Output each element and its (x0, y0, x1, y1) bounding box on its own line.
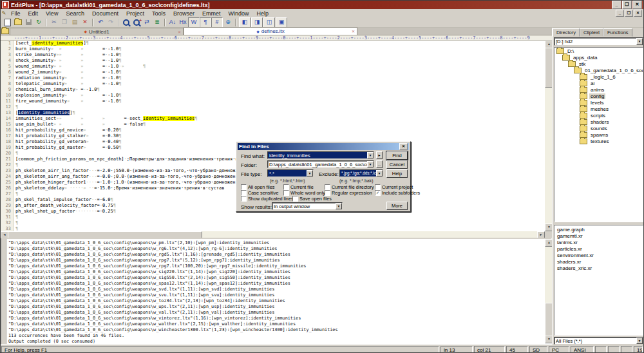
output-vscrollbar[interactable]: ▲ ▼ (545, 239, 552, 343)
pane-browser-icon[interactable]: ▣ (276, 17, 287, 28)
file-item-gamemtlxr[interactable]: gamemtl.xr (557, 233, 643, 240)
child-close-icon[interactable]: ✕ (634, 10, 642, 17)
output-line[interactable]: "D:\apps_data\stk\01_gamedata_1_0_6_soc\… (8, 246, 551, 252)
file-item-particlesxr[interactable]: particles.xr (557, 246, 643, 253)
sort-icon[interactable]: A↓ (167, 18, 178, 27)
tab-close-icon[interactable]: ✕ (178, 30, 181, 34)
tab-defines-ltx[interactable]: ◆defines.ltx✕ (184, 27, 357, 35)
filter-dropdown-icon[interactable]: ▼ (636, 338, 643, 344)
tree-item-shaders[interactable]: shaders (554, 119, 643, 125)
output-line[interactable]: "D:\apps_data\stk\01_gamedata_1_0_6_soc\… (8, 287, 551, 292)
menu-document[interactable]: Document (88, 10, 122, 17)
whitespace-marks-icon[interactable]: ¶ (200, 17, 211, 28)
file-item-senvironmentxr[interactable]: senvironment.xr (557, 253, 643, 259)
new-file-icon[interactable] (3, 18, 13, 27)
delete-icon[interactable]: ✕ (80, 18, 90, 27)
file-item-shadersxr[interactable]: shaders.xr (557, 259, 643, 265)
tree-item-sounds[interactable]: sounds (554, 125, 643, 131)
folder-input[interactable]: D:\apps_data\stk\01_gamedata_1_0_6_soc\c… (267, 160, 374, 168)
show-results-select[interactable]: In output window ▼ (272, 202, 343, 210)
document-selector-icon[interactable] (1, 28, 10, 35)
child-minimize-icon[interactable]: _ (616, 10, 624, 17)
checkbox-box[interactable] (325, 184, 330, 190)
menu-edit[interactable]: Edit (24, 10, 43, 17)
show-results-dropdown-icon[interactable]: ▼ (336, 203, 342, 209)
dialog-close-icon[interactable]: ✕ (399, 143, 408, 150)
checkbox-box[interactable] (325, 190, 330, 196)
output-line[interactable]: 113 occurrences have been found in 46 fi… (8, 333, 551, 339)
pane-split-h-icon[interactable]: ◨ (251, 17, 263, 28)
tree-item-levels[interactable]: levels (554, 99, 643, 106)
output-line[interactable]: "D:\apps_data\stk\01_gamedata_1_0_6_soc\… (8, 258, 551, 263)
tree-item-textures[interactable]: textures (554, 138, 643, 144)
tree-item-_logic_1_6[interactable]: _logic_1_6 (554, 73, 643, 80)
checkbox-box[interactable] (283, 184, 289, 190)
tree-item-meshes[interactable]: meshes (554, 106, 643, 112)
find-what-input[interactable]: identity_immunities ▼ (267, 151, 374, 159)
checkbox-case-sensitive[interactable]: Case sensitive (241, 190, 283, 196)
redo-icon[interactable]: ↷ (106, 18, 116, 27)
file-item-gamegraph[interactable]: game.graph (557, 227, 643, 233)
help-button[interactable]: Help (386, 169, 408, 178)
folder-dropdown-icon[interactable]: ▼ (367, 161, 374, 167)
checkbox-save-open-files[interactable]: Save open files (292, 196, 334, 202)
output-line[interactable]: "D:\apps_data\stk\01_gamedata_1_0_6_soc\… (8, 269, 551, 275)
menu-window[interactable]: Window (225, 10, 253, 17)
sidebar-tab-cliptext[interactable]: Cliptext (580, 28, 603, 37)
tree-item-scripts[interactable]: scripts (554, 112, 643, 119)
checkbox-whole-word-only[interactable]: Whole word only (283, 190, 325, 196)
output-line[interactable]: "D:\apps_data\stk\01_gamedata_1_0_6_soc\… (8, 316, 551, 321)
checkbox-box[interactable]: ✓ (375, 190, 381, 196)
menu-tools[interactable]: Tools (148, 10, 169, 17)
checkbox-all-open-files[interactable]: All open files (241, 184, 283, 190)
menu-search[interactable]: Search (62, 10, 88, 17)
tab-untitled1[interactable]: ◆Untitled1✕ (10, 28, 184, 35)
menu-project[interactable]: Project (122, 10, 148, 17)
tab-close-icon[interactable]: ✕ (352, 29, 355, 33)
menu-view[interactable]: View (42, 10, 62, 17)
checkbox-current-file[interactable]: Current file (283, 184, 325, 190)
checkbox-box[interactable] (241, 196, 247, 202)
toggle-marker-icon[interactable]: ≣ (152, 18, 162, 27)
output-line[interactable]: "D:\apps_data\stk\01_gamedata_1_0_6_soc\… (8, 275, 551, 281)
copy-icon[interactable]: ❐ (59, 18, 70, 27)
child-restore-icon[interactable]: ❐ (625, 10, 633, 17)
output-line[interactable]: Output completed (0 sec consumed) (8, 339, 551, 344)
refresh-icon[interactable]: ↻ (33, 18, 44, 27)
file-type-dropdown-icon[interactable]: ▼ (307, 170, 313, 176)
file-item-shaders_xrlcxr[interactable]: shaders_xrlc.xr (557, 265, 643, 272)
cut-icon[interactable]: ✂ (49, 18, 59, 27)
output-line[interactable]: "D:\apps_data\stk\01_gamedata_1_0_6_soc\… (8, 281, 551, 287)
exclude-dropdown-icon[interactable]: ▼ (376, 170, 383, 176)
checkbox-box[interactable] (241, 190, 247, 196)
save-icon[interactable] (23, 18, 33, 27)
menu-browser[interactable]: Browser (169, 10, 198, 17)
output-line[interactable]: "D:\apps_data\stk\01_gamedata_1_0_6_soc\… (8, 304, 551, 310)
drive-select[interactable]: [D:] hd2 ▼ (554, 37, 643, 46)
more-button[interactable]: More (386, 202, 408, 210)
editor-hscrollbar[interactable]: ◄ ► (1, 231, 545, 238)
pane-editor-icon[interactable]: ◧ (239, 17, 251, 28)
open-file-icon[interactable] (13, 18, 23, 27)
close-icon[interactable]: ✕ (632, 1, 642, 9)
folder-browse-button[interactable]: ... (376, 160, 383, 168)
sidebar-tab-functions[interactable]: Functions (603, 28, 632, 37)
line-numbers-icon[interactable]: # (211, 17, 223, 28)
exclude-input[interactable]: *.jpg;*.tga;*.dds;*.ico ▼ (339, 169, 383, 177)
find-button[interactable]: Find (386, 151, 408, 160)
output-line[interactable]: "D:\apps_data\stk\01_gamedata_1_0_6_soc\… (8, 240, 551, 246)
checkbox-current-project[interactable]: Current project (375, 184, 411, 190)
checkbox-box[interactable] (283, 190, 289, 196)
checkbox-box[interactable] (241, 184, 247, 190)
output-line[interactable]: "D:\apps_data\stk\01_gamedata_1_0_6_soc\… (8, 310, 551, 316)
file-type-input[interactable]: *.* ▼ (267, 169, 314, 177)
tree-item-01_gamedata_1_0_6_soc[interactable]: 01_gamedata_1_0_6_soc (554, 67, 643, 73)
pane-split-v-icon[interactable]: ◫ (263, 17, 275, 28)
word-wrap-icon[interactable]: W (188, 17, 200, 28)
output-line[interactable]: "D:\apps_data\stk\01_gamedata_1_0_6_soc\… (8, 321, 551, 327)
tree-item-anims[interactable]: anims (554, 86, 643, 93)
file-filter-select[interactable]: All Files (*.*) ▼ (554, 337, 643, 345)
find-what-dropdown-icon[interactable]: ▼ (367, 152, 374, 158)
file-item-lanimsxr[interactable]: lanims.xr (557, 240, 643, 246)
checkbox-box[interactable] (375, 184, 381, 190)
